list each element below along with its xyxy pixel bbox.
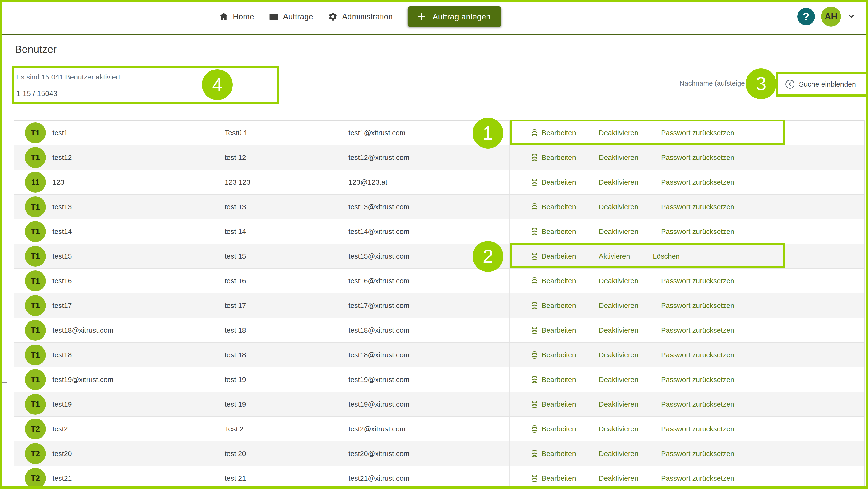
action-label: Bearbeiten bbox=[541, 326, 576, 334]
extra-action[interactable]: Passwort zurücksetzen bbox=[661, 375, 734, 384]
nav-item-label: Administration bbox=[342, 12, 393, 21]
action-label: Deaktivieren bbox=[599, 302, 639, 310]
create-order-button-label: Auftrag anlegen bbox=[433, 12, 491, 21]
action-label: Bearbeiten bbox=[541, 129, 576, 137]
extra-action[interactable]: Passwort zurücksetzen bbox=[661, 326, 734, 334]
edit-action[interactable]: Bearbeiten bbox=[530, 375, 576, 384]
nav-item-label: Aufträge bbox=[283, 12, 313, 21]
status-action[interactable]: Aktivieren bbox=[599, 252, 630, 260]
avatar: T2 bbox=[25, 443, 46, 464]
help-button[interactable]: ? bbox=[797, 8, 815, 25]
username: test18 bbox=[53, 351, 72, 359]
action-label: Passwort zurücksetzen bbox=[661, 129, 734, 137]
username-cell: T1test19@xitrust.com bbox=[14, 367, 214, 392]
edit-action[interactable]: Bearbeiten bbox=[530, 154, 576, 161]
status-action[interactable]: Deaktivieren bbox=[599, 227, 639, 236]
email-cell: 123@123.at bbox=[338, 170, 509, 194]
nav-item-administration[interactable]: Administration bbox=[328, 11, 393, 22]
status-action[interactable]: Deaktivieren bbox=[599, 302, 639, 310]
avatar: T1 bbox=[25, 147, 46, 168]
question-mark-icon: ? bbox=[803, 10, 809, 23]
action-label: Bearbeiten bbox=[541, 203, 576, 211]
status-action[interactable]: Deaktivieren bbox=[599, 351, 639, 359]
extra-action[interactable]: Passwort zurücksetzen bbox=[661, 425, 734, 433]
username-cell: T1test17 bbox=[14, 293, 214, 318]
status-action[interactable]: Deaktivieren bbox=[599, 203, 639, 211]
status-action[interactable]: Deaktivieren bbox=[599, 425, 639, 433]
extra-action[interactable]: Passwort zurücksetzen bbox=[661, 474, 734, 482]
edit-action[interactable]: Bearbeiten bbox=[530, 326, 576, 334]
extra-action[interactable]: Passwort zurücksetzen bbox=[661, 400, 734, 408]
extra-action[interactable]: Löschen bbox=[653, 252, 680, 260]
sort-order-label[interactable]: Nachname (aufsteige bbox=[679, 80, 745, 87]
action-label: Deaktivieren bbox=[599, 154, 639, 161]
status-action[interactable]: Deaktivieren bbox=[599, 450, 639, 458]
status-action[interactable]: Deaktivieren bbox=[599, 277, 639, 285]
user-menu-toggle[interactable] bbox=[847, 12, 856, 21]
extra-action[interactable]: Passwort zurücksetzen bbox=[661, 450, 734, 458]
edit-action[interactable]: Bearbeiten bbox=[530, 252, 576, 260]
action-label: Passwort zurücksetzen bbox=[661, 400, 734, 408]
fullname-cell: test 17 bbox=[214, 293, 338, 318]
status-action[interactable]: Deaktivieren bbox=[599, 400, 639, 408]
status-action[interactable]: Deaktivieren bbox=[599, 154, 639, 161]
actions-cell: BearbeitenDeaktivierenPasswort zurückset… bbox=[509, 170, 864, 194]
show-search-button[interactable]: Suche einblenden bbox=[785, 72, 856, 97]
avatar: T1 bbox=[25, 196, 46, 217]
username-cell: T1test12 bbox=[14, 145, 214, 170]
main-navigation: Home Aufträge Administration Auftrag anl… bbox=[219, 2, 501, 31]
table-row: T1test19@xitrust.comtest 19test19@xitrus… bbox=[14, 367, 864, 392]
edit-action[interactable]: Bearbeiten bbox=[530, 302, 576, 310]
fullname-cell: test 19 bbox=[214, 367, 338, 392]
create-order-button[interactable]: Auftrag anlegen bbox=[408, 6, 502, 27]
action-label: Deaktivieren bbox=[599, 474, 639, 482]
username-cell: T1test14 bbox=[14, 219, 214, 244]
email-cell: test13@xitrust.com bbox=[338, 194, 509, 219]
action-label: Bearbeiten bbox=[541, 154, 576, 161]
edit-action[interactable]: Bearbeiten bbox=[530, 400, 576, 408]
table-row: T1test19test 19test19@xitrust.comBearbei… bbox=[14, 392, 864, 417]
extra-action[interactable]: Passwort zurücksetzen bbox=[661, 227, 734, 236]
email-cell: test20@xitrust.com bbox=[338, 441, 509, 466]
fullname-cell: test 14 bbox=[214, 219, 338, 244]
edit-action[interactable]: Bearbeiten bbox=[530, 425, 576, 433]
status-action[interactable]: Deaktivieren bbox=[599, 474, 639, 482]
annotation-marker-4: 4 bbox=[202, 69, 233, 100]
edit-action[interactable]: Bearbeiten bbox=[530, 227, 576, 236]
database-icon bbox=[530, 425, 538, 433]
extra-action[interactable]: Passwort zurücksetzen bbox=[661, 129, 734, 137]
status-action[interactable]: Deaktivieren bbox=[599, 375, 639, 384]
action-label: Deaktivieren bbox=[599, 203, 639, 211]
edit-action[interactable]: Bearbeiten bbox=[530, 277, 576, 285]
user-avatar[interactable]: AH bbox=[821, 7, 841, 27]
extra-action[interactable]: Passwort zurücksetzen bbox=[661, 277, 734, 285]
edit-action[interactable]: Bearbeiten bbox=[530, 450, 576, 458]
edit-action[interactable]: Bearbeiten bbox=[530, 178, 576, 186]
nav-item-home[interactable]: Home bbox=[219, 11, 254, 22]
username: test19 bbox=[53, 400, 72, 408]
fullname-cell: test 15 bbox=[214, 244, 338, 268]
extra-action[interactable]: Passwort zurücksetzen bbox=[661, 178, 734, 186]
edit-action[interactable]: Bearbeiten bbox=[530, 351, 576, 359]
extra-action[interactable]: Passwort zurücksetzen bbox=[661, 154, 734, 161]
email-cell: test18@xitrust.com bbox=[338, 318, 509, 342]
status-action[interactable]: Deaktivieren bbox=[599, 178, 639, 186]
table-row: T1test1Testü 1test1@xitrust.comBearbeite… bbox=[14, 121, 864, 145]
nav-item-auftraege[interactable]: Aufträge bbox=[269, 11, 313, 22]
extra-action[interactable]: Passwort zurücksetzen bbox=[661, 203, 734, 211]
action-label: Bearbeiten bbox=[541, 351, 576, 359]
extra-action[interactable]: Passwort zurücksetzen bbox=[661, 302, 734, 310]
fullname-cell: test 12 bbox=[214, 145, 338, 170]
action-label: Aktivieren bbox=[599, 252, 630, 260]
extra-action[interactable]: Passwort zurücksetzen bbox=[661, 351, 734, 359]
status-action[interactable]: Deaktivieren bbox=[599, 129, 639, 137]
action-label: Bearbeiten bbox=[541, 178, 576, 186]
action-label: Bearbeiten bbox=[541, 474, 576, 482]
status-action[interactable]: Deaktivieren bbox=[599, 326, 639, 334]
edit-action[interactable]: Bearbeiten bbox=[530, 474, 576, 482]
action-label: Deaktivieren bbox=[599, 351, 639, 359]
database-icon bbox=[530, 178, 538, 186]
edit-action[interactable]: Bearbeiten bbox=[530, 203, 576, 211]
email-cell: test2@xitrust.com bbox=[338, 417, 509, 441]
edit-action[interactable]: Bearbeiten bbox=[530, 129, 576, 137]
